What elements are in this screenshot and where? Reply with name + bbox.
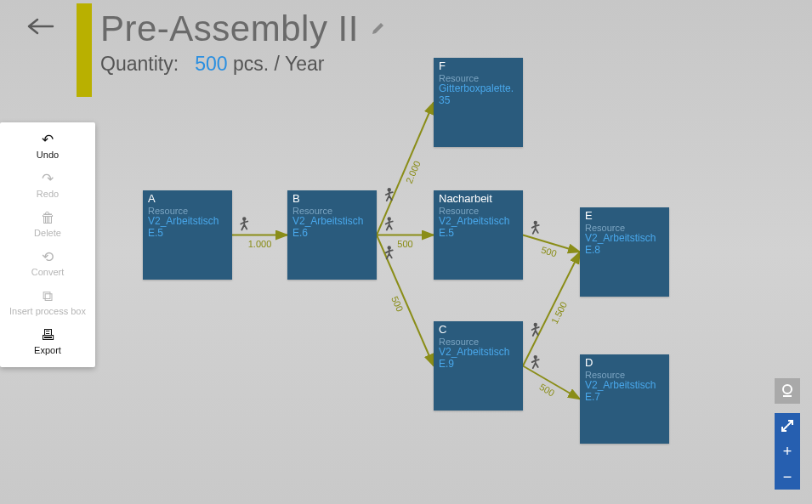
fullscreen-button[interactable]	[775, 413, 800, 439]
node-resource: V2_Arbeitstisch E.6	[292, 216, 372, 240]
edge-label: 2.000	[404, 159, 423, 184]
walk-icon	[532, 323, 539, 336]
node-resource: V2_Arbeitstisch E.9	[439, 347, 518, 371]
edge-label: 500	[538, 382, 557, 399]
process-box-B[interactable]: BResourceV2_Arbeitstisch E.6	[287, 190, 377, 280]
node-resource: V2_Arbeitstisch E.7	[585, 380, 664, 404]
walk-icon	[386, 217, 393, 229]
process-box-A[interactable]: AResourceV2_Arbeitstisch E.5	[143, 190, 232, 280]
edges-layer: 1.0002.0005005005001.500500	[0, 0, 812, 504]
edge-label: 500	[389, 295, 405, 314]
node-resource: Gitterboxpalette.35	[439, 83, 518, 107]
edge-label: 1.000	[248, 239, 272, 249]
process-box-E[interactable]: EResourceV2_Arbeitstisch E.8	[580, 207, 669, 297]
edge-C-D	[523, 366, 580, 399]
node-resource: V2_Arbeitstisch E.5	[439, 216, 518, 240]
walk-icon	[386, 188, 393, 201]
edge-label: 500	[540, 245, 558, 259]
node-resource: V2_Arbeitstisch E.5	[148, 216, 227, 240]
walk-icon	[532, 221, 539, 234]
node-title: D	[585, 357, 664, 370]
process-box-C[interactable]: CResourceV2_Arbeitstisch E.9	[434, 321, 523, 411]
process-box-N[interactable]: NacharbeitResourceV2_Arbeitstisch E.5	[434, 190, 523, 280]
edge-label: 500	[397, 239, 412, 249]
edge-B-C	[377, 235, 434, 366]
edge-C-E	[523, 252, 580, 366]
node-title: B	[292, 193, 372, 206]
node-title: C	[439, 324, 518, 337]
edge-label: 1.500	[549, 300, 569, 326]
node-title: A	[148, 193, 227, 206]
walk-icon	[386, 246, 393, 258]
fit-view-button[interactable]	[775, 378, 800, 404]
node-title: Nacharbeit	[439, 193, 518, 206]
edge-B-F	[377, 103, 434, 235]
node-title: E	[585, 210, 664, 223]
zoom-out-button[interactable]: −	[775, 464, 800, 490]
diagram-canvas[interactable]: 1.0002.0005005005001.500500 AResourceV2_…	[0, 0, 812, 504]
process-box-D[interactable]: DResourceV2_Arbeitstisch E.7	[580, 354, 669, 444]
svg-point-1	[783, 385, 792, 394]
node-title: F	[439, 60, 518, 73]
edge-N-E	[523, 235, 580, 252]
zoom-in-button[interactable]: +	[775, 439, 800, 464]
walk-icon	[241, 217, 247, 229]
process-box-F[interactable]: FResourceGitterboxpalette.35	[434, 58, 523, 147]
node-resource: V2_Arbeitstisch E.8	[585, 233, 664, 257]
walk-icon	[532, 355, 539, 368]
